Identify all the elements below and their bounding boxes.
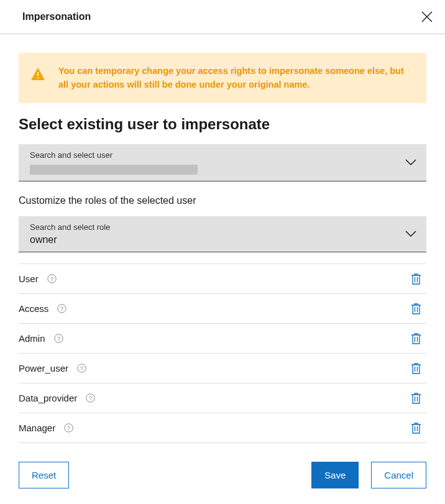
svg-text:?: ? [57,336,60,342]
user-select[interactable]: Search and select user [19,144,426,181]
role-row-left: Admin? [19,333,63,344]
role-row: User? [19,264,426,294]
help-icon[interactable]: ? [57,304,67,313]
select-user-heading: Select existing user to impersonate [19,116,426,133]
svg-rect-3 [37,77,39,78]
role-name: Access [19,303,48,314]
role-name: Manager [19,423,55,433]
delete-button[interactable] [411,392,421,404]
help-icon[interactable]: ? [64,423,73,433]
warning-alert: You can temporary change your access rig… [19,53,426,103]
dialog-footer: Reset Save Cancel [19,462,426,495]
user-select-label: Search and select user [30,150,198,160]
role-row: Manager? [19,413,426,443]
reset-button[interactable]: Reset [19,462,69,488]
close-icon [421,11,433,22]
role-name: Admin [19,333,45,344]
role-row: Data_provider? [19,383,426,413]
role-select-label: Search and select role [30,222,110,232]
help-icon[interactable]: ? [47,274,57,283]
close-button[interactable] [421,11,433,22]
save-button[interactable]: Save [311,462,359,488]
role-row-left: Access? [19,303,67,314]
cancel-button[interactable]: Cancel [371,462,426,488]
chevron-down-icon [405,157,416,167]
chevron-down-icon [405,229,416,239]
role-list: User?Access?Admin?Power_user?Data_provid… [19,263,426,443]
role-row: Access? [19,294,426,324]
svg-text:?: ? [89,395,92,401]
help-icon[interactable]: ? [54,334,63,343]
warning-text: You can temporary change your access rig… [58,64,414,92]
svg-text:?: ? [80,365,83,372]
dialog-content: You can temporary change your access rig… [0,34,445,504]
role-row: Admin? [19,324,426,354]
delete-button[interactable] [411,303,421,314]
user-select-placeholder [30,165,198,175]
role-row: Power_user? [19,354,426,383]
role-row-left: Power_user? [19,363,86,373]
warning-icon [31,68,45,82]
svg-text:?: ? [60,306,63,312]
role-name: Data_provider [19,393,77,403]
dialog-header: Impersonation [0,0,445,34]
role-name: User [19,273,39,284]
svg-text:?: ? [67,425,70,431]
role-row-left: User? [19,273,57,284]
delete-button[interactable] [411,332,421,344]
delete-button[interactable] [411,273,421,285]
help-icon[interactable]: ? [86,393,95,403]
role-row-left: Data_provider? [19,393,95,403]
dialog-title: Impersonation [22,11,91,22]
svg-rect-2 [37,72,39,76]
delete-button[interactable] [411,422,421,434]
help-icon[interactable]: ? [77,364,86,373]
delete-button[interactable] [411,362,421,374]
role-select-value: owner [30,234,110,245]
role-row-left: Manager? [19,423,73,433]
role-name: Power_user [19,363,68,373]
role-select[interactable]: Search and select role owner [19,216,426,252]
customize-heading: Customize the roles of the selected user [19,195,426,206]
svg-text:?: ? [50,276,53,282]
